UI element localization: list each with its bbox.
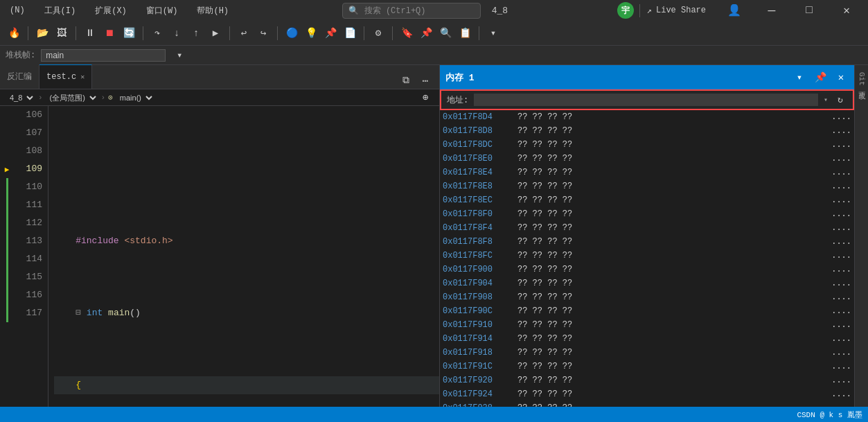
fire-icon[interactable]: 🔥 <box>6 25 22 42</box>
mem-chars-16: .... <box>831 334 851 344</box>
stack-frame-select[interactable]: main <box>41 49 166 62</box>
expand-btn[interactable]: ⊕ <box>417 89 434 106</box>
mem-addr-20: 0x0117F924 <box>443 389 512 399</box>
intellisense-btn[interactable]: 💡 <box>303 25 319 42</box>
memory-row: 0x0117F8F8?? ?? ?? ??.... <box>440 235 854 249</box>
addr-refresh-btn[interactable]: ↻ <box>833 93 847 107</box>
close-button[interactable]: ✕ <box>831 0 862 21</box>
step-out-btn[interactable]: ↑ <box>188 25 204 42</box>
gutter-106 <box>0 106 14 124</box>
mem-addr-3: 0x0117F8E0 <box>443 154 512 164</box>
debugbar: 堆栈帧: main ▾ <box>0 46 868 65</box>
memory-row: 0x0117F8E4?? ?? ?? ??.... <box>440 166 854 179</box>
mem-addr-2: 0x0117F8DC <box>443 140 512 150</box>
split-editor-btn[interactable]: ⧉ <box>398 72 414 89</box>
memory-row: 0x0117F910?? ?? ?? ??.... <box>440 318 854 332</box>
gutter-107 <box>0 124 14 142</box>
tab-disassembly[interactable]: 反汇编 <box>0 64 39 89</box>
mem-chars-8: .... <box>831 223 851 233</box>
menu-help[interactable]: 帮助(H) <box>193 3 233 18</box>
mem-bytes-17: ?? ?? ?? ?? <box>517 348 826 358</box>
mem-chars-19: .... <box>831 376 851 385</box>
main-content: 反汇编 test.c ✕ ⧉ ⋯ 4_8 › (全局范围) › ⊙ ma <box>0 65 868 422</box>
breakpoint-btn[interactable]: 🔵 <box>283 25 300 42</box>
mem-addr-16: 0x0117F914 <box>443 334 512 344</box>
indent-108 <box>54 304 76 322</box>
pin-btn[interactable]: 📌 <box>322 25 339 42</box>
stop-btn[interactable]: ⏹ <box>101 25 118 42</box>
code-lines: #include <stdio.h> ⊟ int main () { <box>48 106 439 422</box>
parens-108: () <box>130 304 141 322</box>
function-select[interactable]: main() <box>116 93 154 103</box>
scope-select[interactable]: (全局范围) <box>46 93 98 103</box>
mem-chars-1: .... <box>831 126 851 136</box>
search-code-btn[interactable]: 🔍 <box>437 25 454 42</box>
toolbar-sep-1 <box>28 26 28 40</box>
menu-window[interactable]: 窗口(W) <box>142 3 182 18</box>
settings-btn[interactable]: ⚙ <box>370 25 387 42</box>
memory-row: 0x0117F8E0?? ?? ?? ??.... <box>440 152 854 166</box>
live-share-button[interactable]: ↗ Live Share <box>639 4 713 17</box>
mem-bytes-2: ?? ?? ?? ?? <box>517 140 826 150</box>
memory-close-btn[interactable]: ✕ <box>833 70 849 85</box>
menu-extensions[interactable]: 扩展(X) <box>91 3 131 18</box>
include-path: <stdio.h> <box>119 232 173 250</box>
debug-file-select[interactable]: 4_8 <box>6 93 35 103</box>
mem-addr-15: 0x0117F910 <box>443 320 512 330</box>
ln-115: 115 <box>19 268 42 286</box>
stack-dropdown-btn[interactable]: ▾ <box>171 47 188 64</box>
toolbar-sep-3 <box>143 26 143 40</box>
memory-title: 内存 1 <box>445 71 786 84</box>
mem-bytes-8: ?? ?? ?? ?? <box>517 223 826 233</box>
breadcrumb-sep-1: › <box>38 94 43 102</box>
collapse-108[interactable]: ⊟ <box>76 304 87 322</box>
addr-input[interactable] <box>474 94 818 106</box>
run-to-cursor-btn[interactable]: ▶ <box>207 25 224 42</box>
view-btn[interactable]: 🖼 <box>53 25 70 42</box>
mem-bytes-12: ?? ?? ?? ?? <box>517 279 826 288</box>
tab-testc-close[interactable]: ✕ <box>80 73 85 81</box>
overflow-menu-btn[interactable]: ⋯ <box>417 72 434 89</box>
search-box[interactable]: 🔍 搜索 (Ctrl+Q) <box>342 3 481 19</box>
bookmark-btn[interactable]: 🔖 <box>398 25 415 42</box>
memory-dropdown-btn[interactable]: ▾ <box>792 70 807 85</box>
mem-chars-0: .... <box>831 112 851 122</box>
ln-113: 113 <box>19 232 42 250</box>
code-editor[interactable]: ▶ 106 107 108 109 110 111 112 113 <box>0 106 439 422</box>
live-share-label: Live Share <box>656 6 706 15</box>
mem-bytes-15: ?? ?? ?? ?? <box>517 320 826 330</box>
maximize-button[interactable]: □ <box>793 0 825 21</box>
memory-row: 0x0117F900?? ?? ?? ??.... <box>440 263 854 276</box>
pause-btn[interactable]: ⏸ <box>82 25 98 42</box>
menu-n[interactable]: (N) <box>6 4 29 17</box>
kw-int-108: int <box>87 304 103 322</box>
more-btn[interactable]: ▾ <box>485 25 502 42</box>
code-line-109: { <box>54 376 439 394</box>
gutter-112 <box>0 214 14 232</box>
bookmark2-btn[interactable]: 📌 <box>418 25 434 42</box>
menu-tools[interactable]: 工具(I) <box>40 3 80 18</box>
gutter-116 <box>0 286 14 304</box>
page-btn[interactable]: 📄 <box>342 25 358 42</box>
redo-btn[interactable]: ↪ <box>255 25 272 42</box>
undo-btn[interactable]: ↩ <box>236 25 252 42</box>
step-into-btn[interactable]: ↓ <box>168 25 185 42</box>
tab-testc[interactable]: test.c ✕ <box>39 64 92 89</box>
open-file-btn[interactable]: 📂 <box>34 25 51 42</box>
memory-content[interactable]: 0x0117F8D4?? ?? ?? ??....0x0117F8D8?? ??… <box>440 110 854 422</box>
mem-addr-10: 0x0117F8FC <box>443 251 512 261</box>
toolbar: 🔥 📂 🖼 ⏸ ⏹ 🔄 ↷ ↓ ↑ ▶ ↩ ↪ 🔵 💡 📌 📄 ⚙ 🔖 📌 🔍 … <box>0 21 868 46</box>
memory-pin-btn[interactable]: 📌 <box>813 70 828 85</box>
debug-arrow: ▶ <box>5 165 10 174</box>
person-icon[interactable]: 👤 <box>718 0 750 21</box>
mem-bytes-20: ?? ?? ?? ?? <box>517 389 826 399</box>
gutter-117 <box>0 304 14 322</box>
sidebar-git[interactable]: Git更改 <box>856 72 867 86</box>
toolbar-sep-5 <box>277 26 278 40</box>
restart-btn[interactable]: 🔄 <box>121 25 137 42</box>
minimize-button[interactable]: — <box>756 0 788 21</box>
memory-row: 0x0117F904?? ?? ?? ??.... <box>440 276 854 290</box>
step-over-btn[interactable]: ↷ <box>149 25 166 42</box>
copy-btn[interactable]: 📋 <box>457 25 473 42</box>
addr-dropdown-icon[interactable]: ▾ <box>824 96 828 104</box>
